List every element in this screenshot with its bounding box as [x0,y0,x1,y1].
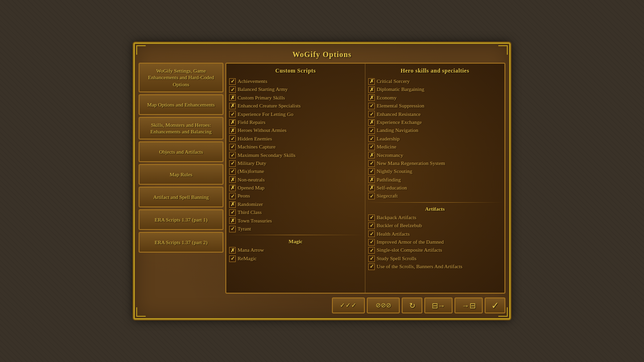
list-item[interactable]: New Mana Regeneration System [367,159,503,167]
checkbox[interactable] [368,255,375,262]
checkbox[interactable] [229,255,236,262]
list-item[interactable]: Siegecraft [367,192,503,200]
checkbox[interactable] [368,185,375,191]
checkbox[interactable] [368,119,375,126]
list-item[interactable]: Landing Navigation [367,126,503,134]
checkbox[interactable] [229,168,236,175]
list-item[interactable]: Pathfinding [367,176,503,184]
list-item[interactable]: Necromancy [367,151,503,159]
checkbox[interactable] [368,144,375,150]
list-item[interactable]: Town Treasuries [228,217,363,225]
list-item[interactable]: Experience Exchange [367,118,503,126]
checkbox[interactable] [368,78,375,85]
nav-button-artifact-spell[interactable]: Artifact and Spell Banning [139,187,223,207]
list-item[interactable]: Economy [367,94,503,102]
list-item[interactable]: Enhanced Resistance [367,110,503,118]
checkbox[interactable] [368,193,375,199]
list-item[interactable]: Backpack Artifacts [367,214,503,222]
checkbox[interactable] [229,152,236,158]
checkbox[interactable] [229,94,236,101]
list-item[interactable]: Field Repairs [228,118,363,126]
export-button[interactable]: ⊟→ [424,297,453,313]
list-item[interactable]: Diplomatic Bargaining [367,85,503,93]
list-item[interactable]: Third Class [228,208,363,216]
list-item[interactable]: Elemental Suppression [367,102,503,110]
checkbox[interactable] [229,201,236,208]
checkbox[interactable] [229,78,236,85]
list-item[interactable]: Tyrant [228,225,363,233]
checkbox[interactable] [229,185,236,191]
list-item[interactable]: Experience For Letting Go [228,110,363,118]
list-item[interactable]: Hidden Enemies [228,135,363,143]
list-item[interactable]: Heroes Without Armies [228,126,363,134]
checkbox[interactable] [368,168,375,175]
list-item[interactable]: Randomizer [228,200,363,208]
checkbox[interactable] [229,209,236,216]
list-item[interactable]: Self-education [367,184,503,192]
list-item[interactable]: ReMagic [228,255,363,263]
import-button[interactable]: →⊟ [454,297,483,313]
magic-list: Mana ArrowReMagic [228,246,363,263]
nav-button-settings[interactable]: WoGify Settings, Game Enhancements and H… [139,63,223,92]
checkbox[interactable] [229,127,236,134]
list-item[interactable]: Maximum Secondary Skills [228,151,363,159]
list-item[interactable]: Mana Arrow [228,246,363,254]
nav-button-map-options[interactable]: Map Options and Enhancements [139,94,223,115]
checkbox[interactable] [368,94,375,101]
checkbox[interactable] [368,230,375,237]
checkbox[interactable] [368,86,375,93]
checkbox[interactable] [368,152,375,158]
list-item[interactable]: Enhanced Creature Specialists [228,102,363,110]
checkbox[interactable] [368,239,375,246]
list-item[interactable]: Buckler of Beelzebub [367,222,503,230]
checkbox[interactable] [229,119,236,126]
checkbox[interactable] [368,214,375,221]
list-item[interactable]: Peons [228,192,363,200]
checkbox[interactable] [368,127,375,134]
refresh-button[interactable]: ↻ [402,297,422,313]
list-item[interactable]: Balanced Starting Army [228,85,363,93]
list-item[interactable]: Leadership [367,135,503,143]
list-item[interactable]: Improved Armor of the Damned [367,238,503,246]
list-item[interactable]: Opened Map [228,184,363,192]
checkbox[interactable] [229,217,236,224]
list-item[interactable]: Machines Capture [228,143,363,151]
list-item[interactable]: Study Spell Scrolls [367,255,503,263]
list-item[interactable]: Medicine [367,143,503,151]
list-item[interactable]: Single-slot Composite Artifacts [367,246,503,254]
list-item[interactable]: Military Duty [228,159,363,167]
list-item[interactable]: (Mis)fortune [228,167,363,175]
nav-button-map-rules[interactable]: Map Rules [139,164,223,185]
list-item[interactable]: Custom Primary Skills [228,94,363,102]
checkbox[interactable] [229,86,236,93]
checkbox[interactable] [368,135,375,142]
list-item[interactable]: Nightly Scouting [367,167,503,175]
checkbox[interactable] [229,160,236,167]
checkbox[interactable] [229,144,236,150]
checkbox[interactable] [229,247,236,254]
checkbox[interactable] [368,247,375,254]
checkbox[interactable] [368,103,375,109]
list-item[interactable]: Achievements [228,77,363,85]
checkbox[interactable] [368,222,375,229]
checkbox[interactable] [368,263,375,270]
checkbox[interactable] [368,176,375,183]
nav-button-objects-artifacts[interactable]: Objects and Artifacts [139,141,223,162]
checkbox[interactable] [368,160,375,167]
nav-button-era-scripts-1[interactable]: ERA Scripts 1.37 (part 1) [139,209,223,230]
uncheck-group-button[interactable]: ⊘⊘⊘ [367,297,400,313]
nav-button-era-scripts-2[interactable]: ERA Scripts 1.37 (part 2) [139,232,223,253]
checkbox[interactable] [368,111,375,117]
checkbox[interactable] [229,103,236,109]
list-item[interactable]: Critical Sorcery [367,77,503,85]
list-item[interactable]: Non-neutrals [228,176,363,184]
nav-button-skills-monsters[interactable]: Skills, Monsters and Heroes: Enhancement… [139,117,223,140]
checkbox[interactable] [229,135,236,142]
checkbox[interactable] [229,193,236,199]
list-item[interactable]: Use of the Scrolls, Banners And Artifact… [367,263,503,271]
list-item[interactable]: Health Artifacts [367,230,503,238]
checkbox[interactable] [229,226,236,232]
checkbox[interactable] [229,176,236,183]
checkbox[interactable] [229,111,236,117]
check-all-button[interactable]: ✓✓✓ [332,297,365,313]
